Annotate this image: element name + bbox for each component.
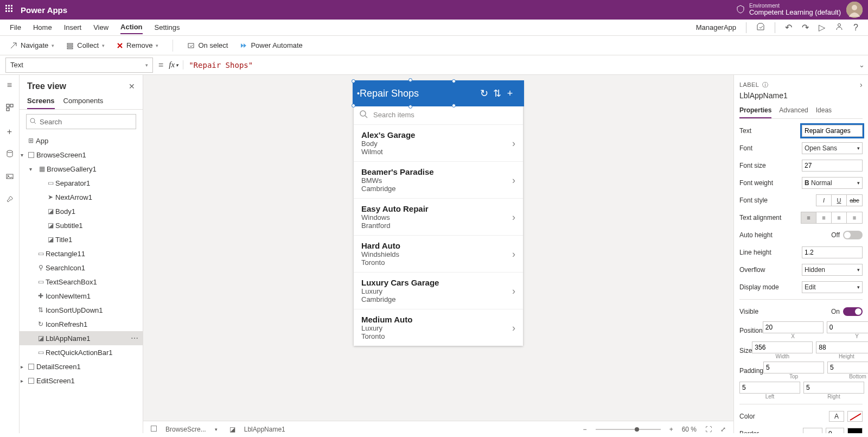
chevron-right-icon[interactable]: › [512, 248, 515, 259]
menu-settings[interactable]: Settings [155, 21, 180, 34]
zoom-in-icon[interactable]: + [669, 426, 673, 433]
popout-icon[interactable]: ⤢ [720, 426, 726, 433]
share-icon[interactable] [835, 22, 844, 33]
environment-icon[interactable] [736, 5, 745, 15]
selection-handle[interactable] [452, 104, 456, 107]
chevron-down-icon[interactable]: ▾ [215, 427, 218, 432]
property-dropdown[interactable]: Text ▾ [5, 58, 153, 73]
fill-color-button[interactable] [847, 411, 863, 422]
pad-left-input[interactable] [739, 382, 800, 394]
align-justify-button[interactable]: ≡ [847, 212, 862, 223]
tools-icon[interactable] [6, 195, 14, 205]
tree-node-iconrefresh[interactable]: ↻IconRefresh1 [20, 317, 143, 331]
zoom-slider[interactable] [596, 429, 661, 430]
collect-button[interactable]: Collect ▾ [66, 41, 105, 49]
list-item[interactable]: Luxury Cars GarageLuxuryCambridge› [354, 272, 523, 309]
waffle-icon[interactable] [5, 5, 13, 15]
power-automate-button[interactable]: Power Automate [240, 41, 302, 49]
autoheight-toggle[interactable] [843, 231, 863, 239]
list-item[interactable]: Alex's GarageBodyWilmot› [354, 125, 523, 161]
tree-node-editscreen[interactable]: ▸EditScreen1 [20, 373, 143, 388]
tab-advanced[interactable]: Advanced [779, 104, 808, 118]
border-width-input[interactable] [826, 428, 844, 433]
tab-properties[interactable]: Properties [739, 104, 771, 118]
pos-y-input[interactable] [827, 321, 868, 333]
prop-text-input[interactable] [802, 125, 863, 137]
sort-icon[interactable]: ⇅ [490, 87, 503, 99]
tab-ideas[interactable]: Ideas [816, 104, 832, 118]
prop-overflow-select[interactable]: Hidden▾ [802, 264, 863, 276]
list-item[interactable]: Easy Auto RepairWindowsBrantford› [354, 198, 523, 235]
fx-icon[interactable]: fx▾ [169, 60, 183, 69]
menu-insert[interactable]: Insert [64, 21, 82, 34]
chevron-right-icon[interactable]: › [512, 211, 515, 223]
tree-node-iconnew[interactable]: ✚IconNewItem1 [20, 289, 143, 303]
strike-button[interactable]: abc [847, 195, 862, 206]
chevron-right-icon[interactable]: › [512, 137, 515, 149]
tree-node-lblappname[interactable]: ◪LblAppName1⋯ [20, 331, 143, 345]
tree-node-rectangle[interactable]: ▭Rectangle11 [20, 246, 143, 261]
align-right-button[interactable]: ≡ [832, 212, 847, 223]
size-w-input[interactable] [752, 341, 813, 353]
selection-handle[interactable] [452, 79, 456, 83]
selection-handle[interactable] [409, 78, 412, 82]
tree-node-subtitle[interactable]: ◪Subtitle1 [20, 218, 143, 232]
app-header[interactable]: • Repair Shops ↻ ⇅ + [354, 81, 523, 105]
refresh-icon[interactable]: ↻ [477, 87, 490, 99]
tree-search-input[interactable]: Search [26, 114, 136, 129]
visible-toggle[interactable] [843, 307, 863, 316]
align-center-button[interactable]: ≡ [816, 212, 832, 223]
list-item[interactable]: Hard AutoWindshieldsToronto› [354, 235, 523, 272]
pad-right-input[interactable] [803, 382, 864, 394]
help-icon[interactable]: ? [853, 23, 858, 33]
pos-x-input[interactable] [763, 321, 824, 333]
tree-node-app[interactable]: ⊞App [20, 134, 143, 148]
user-avatar[interactable] [846, 2, 863, 18]
border-style-select[interactable]: —▾ [803, 428, 822, 433]
chevron-down-icon[interactable]: ▾ [21, 152, 28, 158]
chevron-right-icon[interactable]: ▸ [21, 364, 28, 370]
play-icon[interactable]: ▷ [819, 22, 825, 33]
tree-node-detailscreen[interactable]: ▸DetailScreen1 [20, 359, 143, 373]
menu-view[interactable]: View [93, 21, 108, 34]
selection-handle[interactable] [409, 105, 412, 109]
tab-components[interactable]: Components [63, 94, 104, 109]
pad-top-input[interactable] [763, 362, 824, 373]
formula-input[interactable]: "Repair Shops" [183, 61, 855, 69]
close-icon[interactable]: ✕ [129, 82, 135, 91]
tree-node-title[interactable]: ◪Title1 [20, 232, 143, 246]
fit-icon[interactable]: ⛶ [705, 426, 712, 433]
tree-node-iconsort[interactable]: ⇅IconSortUpDown1 [20, 303, 143, 317]
font-color-button[interactable]: A [829, 411, 844, 422]
selection-handle[interactable] [352, 104, 355, 107]
menu-action[interactable]: Action [120, 21, 142, 34]
chevron-right-icon[interactable]: › [512, 322, 515, 333]
prop-font-select[interactable]: Open Sans▾ [802, 142, 863, 154]
align-left-button[interactable]: ≡ [801, 212, 816, 223]
phone-preview[interactable]: • Repair Shops ↻ ⇅ + Search items Alex's… [354, 81, 523, 346]
breadcrumb-screen[interactable]: BrowseScre... [165, 426, 206, 433]
prop-fontsize-input[interactable] [802, 160, 863, 172]
tree-node-browsescreen[interactable]: ▾BrowseScreen1 [20, 148, 143, 162]
italic-button[interactable]: I [816, 195, 832, 206]
chevron-right-icon[interactable]: ▸ [21, 378, 28, 384]
tree-node-separator[interactable]: ▭Separator1 [20, 176, 143, 190]
hamburger-icon[interactable]: ≡ [7, 80, 12, 90]
more-icon[interactable]: ⋯ [131, 334, 139, 343]
tab-screens[interactable]: Screens [27, 94, 55, 109]
size-h-input[interactable] [816, 341, 868, 353]
menu-file[interactable]: File [10, 21, 21, 34]
app-checker-icon[interactable] [756, 22, 765, 33]
tree-view-icon[interactable] [5, 103, 14, 114]
add-icon[interactable]: + [503, 88, 516, 99]
chevron-right-icon[interactable]: › [860, 80, 863, 89]
navigate-button[interactable]: Navigate ▾ [10, 41, 54, 49]
chevron-right-icon[interactable]: › [512, 285, 515, 296]
selection-handle[interactable] [352, 79, 355, 83]
environment-picker[interactable]: Environment Competent Learning (default) [749, 3, 841, 16]
insert-icon[interactable]: + [7, 127, 12, 137]
formula-expand-icon[interactable]: ⌄ [855, 61, 868, 69]
chevron-down-icon[interactable]: ▾ [29, 166, 37, 172]
underline-button[interactable]: U [832, 195, 847, 206]
redo-icon[interactable]: ↷ [802, 22, 809, 33]
